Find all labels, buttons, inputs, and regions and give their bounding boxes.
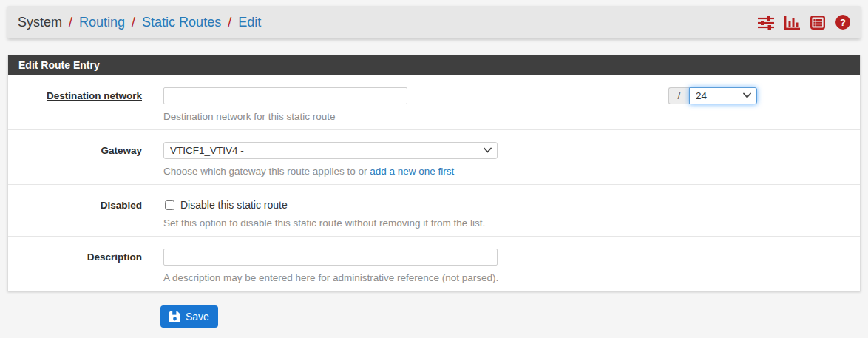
disabled-help: Set this option to disable this static r… [163,217,850,229]
gateway-select[interactable]: VTICF1_VTIV4 - [163,142,498,159]
add-gateway-link[interactable]: add a new one first [370,166,454,177]
disable-route-checkbox-label[interactable]: Disable this static route [180,199,288,211]
breadcrumb-separator: / [132,15,135,30]
subnet-mask-group: / 24 [668,87,757,104]
breadcrumb-separator: / [228,15,231,30]
list-icon[interactable] [810,16,825,30]
edit-route-entry-panel: Edit Route Entry Destination network / 2… [7,55,861,291]
destination-network-help: Destination network for this static rout… [163,110,850,123]
destination-network-input[interactable] [163,87,407,104]
destination-network-label: Destination network [47,90,142,101]
description-label: Description [87,251,142,263]
breadcrumb: System / Routing / Static Routes / Edit [18,15,261,30]
breadcrumb-item-routing[interactable]: Routing [79,15,125,30]
gateway-label: Gateway [101,145,142,156]
save-icon [169,311,180,322]
actions-bar: Save [160,305,861,328]
save-button-label: Save [186,311,209,322]
description-row: Description A description may be entered… [8,237,860,291]
destination-network-row: Destination network / 24 [8,75,860,130]
topbar-icons: ? [758,15,850,30]
breadcrumb-bar: System / Routing / Static Routes / Edit [7,6,861,38]
breadcrumb-item-system: System [18,15,62,30]
disable-route-checkbox[interactable] [165,200,174,210]
save-button[interactable]: Save [160,305,218,328]
help-icon[interactable]: ? [835,15,850,30]
subnet-mask-select[interactable]: 24 [689,87,757,104]
breadcrumb-item-static-routes[interactable]: Static Routes [142,15,221,30]
mask-separator: / [668,87,689,104]
breadcrumb-item-edit[interactable]: Edit [238,15,261,30]
description-help: A description may be entered here for ad… [163,271,850,284]
bar-chart-icon[interactable] [784,16,800,30]
disabled-row: Disabled Disable this static route Set t… [8,185,860,237]
disabled-label: Disabled [101,200,142,211]
page: System / Routing / Static Routes / Edit [0,0,868,328]
svg-text:?: ? [840,17,846,28]
description-input[interactable] [163,249,498,266]
sliders-icon[interactable] [758,16,774,30]
gateway-row: Gateway VTICF1_VTIV4 - Choose which gate… [8,130,860,185]
breadcrumb-separator: / [69,15,72,30]
panel-title: Edit Route Entry [8,55,860,75]
gateway-help: Choose which gateway this route applies … [163,165,850,178]
